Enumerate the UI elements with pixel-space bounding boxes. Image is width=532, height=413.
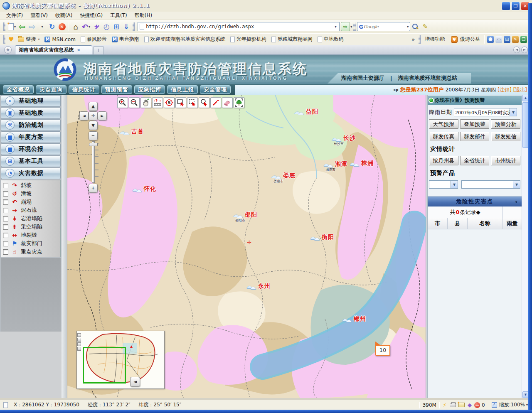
new-tab-button[interactable]: + [93,46,104,54]
nav-tab-全省概况[interactable]: 全省概况 [3,85,34,94]
city-marker[interactable]: ☁☁长沙长沙市 [331,135,356,142]
sidebar-button[interactable]: ▆年度方案 [1,131,61,143]
go-button[interactable]: ⇨ [341,22,350,31]
vertical-scrollbar[interactable]: ▲ ▼ [522,95,529,398]
scroll-up-button[interactable]: ▲ [522,95,529,101]
panel-button-按月州县[interactable]: 按月州县 [429,156,458,165]
city-marker[interactable]: ☁☁郴州 [342,315,366,323]
map-tool-select-rect-button[interactable] [175,97,186,108]
layer-checkbox[interactable] [3,208,8,213]
overview-controls[interactable] [77,333,81,351]
select-arrow-icon[interactable]: ▼ [451,181,458,188]
minimize-button[interactable]: ─ [502,2,510,10]
refresh-button[interactable]: ↻ [47,22,57,32]
map-tool-draw-point-button[interactable] [210,97,221,108]
nav-tab-应急指挥[interactable]: 应急指挥 [134,85,165,94]
url-input[interactable] [146,24,332,30]
dropdown-icon[interactable]: ▾ [89,25,90,29]
window-plugin-icon[interactable]: ▭ [495,36,502,43]
search-button[interactable] [410,22,420,32]
layer-checkbox[interactable] [3,199,8,205]
avatar-plugin-icon[interactable]: ☻ [487,36,494,43]
boost-icon[interactable]: ⚡ [441,402,448,408]
nav-tab-预测预警[interactable]: 预测预警 [101,85,132,94]
zoom-out-step-button[interactable]: − [89,131,98,140]
bookmarks-grip[interactable] [419,35,421,44]
map-tool-unselect-rect-button[interactable] [187,97,198,108]
popup-filter-icon[interactable] [458,403,465,407]
forward-button[interactable]: ⇨ [27,22,37,32]
cube-plugin-icon[interactable]: ❒ [520,36,527,43]
menu-item[interactable]: 帮助(H) [131,11,156,20]
pan-up-button[interactable]: ▲ [89,102,98,111]
sidebar-splitter[interactable] [62,95,67,398]
sidebar-button[interactable]: ▣基础地质 [1,107,61,119]
bookmark-item[interactable]: MMSN.com [42,36,78,43]
city-marker[interactable]: ☁☁娄底娄底市 [271,172,296,179]
sidebar-button[interactable]: ⊞基本工具 [1,155,61,167]
layer-checkbox[interactable] [3,249,8,255]
pan-center-button[interactable]: ✛ [89,111,98,120]
printer-icon[interactable] [450,403,456,407]
panel-button-市州统计[interactable]: 市州统计 [491,156,520,165]
map-tool-zoom-out-button[interactable] [129,97,140,108]
collapse-chevron-icon[interactable]: » [514,200,518,203]
layer-checkbox[interactable] [3,191,8,197]
tab-close-icon[interactable]: ✕ [77,48,80,52]
layer-checkbox[interactable] [3,216,8,221]
select-arrow-icon[interactable]: ▼ [513,181,520,188]
sidebar-button[interactable]: ▆环境公报 [1,143,61,155]
select-arrow-icon[interactable]: ▼ [510,108,517,116]
panel-button-预警分析[interactable]: 预警分析 [491,119,520,129]
zoom-window-icon[interactable] [492,402,497,408]
pan-right-button[interactable]: ► [98,111,107,120]
favorites-icon[interactable]: ♥ [7,36,15,43]
active-tab[interactable]: 湖南省地质灾害信息系统 ✕ [15,45,92,54]
toolbar-grip[interactable] [353,22,356,31]
search-dropdown-icon[interactable]: ▾ [407,25,409,29]
map-tool-pan-button[interactable] [140,97,151,108]
layer-checkbox[interactable] [3,241,8,246]
zoom-slider-track[interactable] [92,141,95,183]
nav-tab-灾点查询[interactable]: 灾点查询 [36,85,66,94]
city-marker[interactable]: ☁☁怀化 [132,185,156,193]
link-geo-monitoring[interactable]: 湖南省地质环境监测总站 [398,74,457,82]
product-select-2[interactable]: ▼ [461,180,520,189]
bookmark-item[interactable]: 欢迎登陆湖南省地质灾害信息系统 [142,35,228,44]
nav-tab-信息上报[interactable]: 信息上报 [167,85,198,94]
tab-star-button[interactable]: ★ [4,46,12,54]
panel-button-叠加预警[interactable]: 叠加预警 [460,119,490,129]
menu-item[interactable]: 文件(F) [2,11,27,20]
home-button[interactable]: ⌂ [71,22,81,32]
popup-blocker-icon[interactable] [474,402,480,408]
bookmarks-grip[interactable] [3,35,5,44]
map-tool-full-extent-button[interactable] [234,97,244,108]
zoom-dropdown-icon[interactable]: ▾ [526,403,528,407]
bookmark-item[interactable]: 链接▾ [15,35,42,44]
exit-link[interactable]: [退出] [513,86,527,93]
panel-button-全省统计[interactable]: 全省统计 [460,156,490,165]
bookmark-item[interactable]: 暴风影音 [78,35,109,44]
maximize-button[interactable]: ❐ [511,2,520,10]
maxthon-shield-icon[interactable]: ♥ [451,36,458,43]
nav-tab-安全管理[interactable]: 安全管理 [200,85,231,94]
magic-fill-button[interactable]: ✦ [91,22,101,32]
panel-button-群发邮件[interactable]: 群发邮件 [460,132,490,141]
layer-checkbox[interactable] [3,224,8,230]
panel-button-群发短信[interactable]: 群发短信 [491,132,520,141]
city-marker[interactable]: ☁☁邵阳邵阳市 [233,211,257,219]
content-filter-icon[interactable]: ◆ [466,402,473,408]
bookmark-charity[interactable]: 傲游公益 [458,35,483,44]
map-viewport[interactable]: ?S ▲ ◄ ✛ ► ▼ − + ☁☁吉首☁☁益阳☁☁长沙长沙市☁☁湘潭湘潭市☁… [67,95,426,398]
go-dropdown-icon[interactable]: ▾ [350,25,352,29]
bookmark-item[interactable]: 觅路城市精品网 [269,35,315,44]
panel-button-群发传真[interactable]: 群发传真 [429,132,458,141]
city-marker[interactable]: ☁☁湘潭湘潭市 [323,160,347,168]
toolbar-grip[interactable] [133,22,135,31]
tab-scroll-right-button[interactable]: ► [521,47,528,53]
zoom-in-step-button[interactable]: + [89,184,98,193]
city-marker[interactable]: ☁☁益阳 [294,108,318,116]
proxy-button[interactable]: ⊞ [111,22,121,32]
menu-item[interactable]: 查看(V) [27,11,52,20]
brush-plugin-icon[interactable]: ✎ [512,36,519,43]
